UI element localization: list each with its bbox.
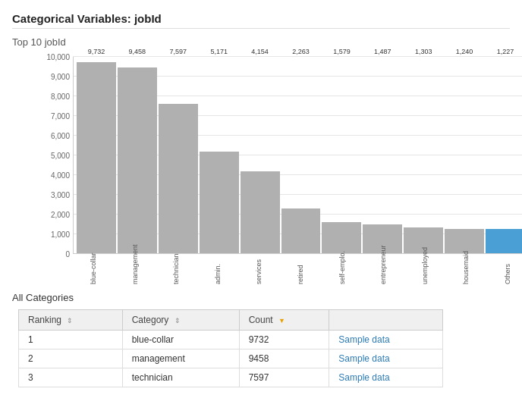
x-label-item: retired	[280, 254, 322, 284]
bar-group: 5,171	[200, 57, 239, 253]
y-tick-label: 10,000	[46, 53, 70, 61]
x-labels: blue-collarmanagementtechnicianadmin.ser…	[73, 254, 522, 284]
x-label-item: management	[115, 254, 156, 284]
count-sort-icon[interactable]: ▼	[278, 317, 285, 324]
y-tick-label: 6,000	[51, 132, 70, 140]
x-label-text: blue-collar	[90, 257, 97, 284]
bar-value-label: 1,227	[497, 48, 514, 55]
y-tick-label: 9,000	[51, 73, 70, 81]
x-label-item: entrepreneur	[363, 254, 404, 284]
x-label-item: unemployed	[404, 254, 445, 284]
bar-value-label: 7,597	[170, 48, 187, 55]
x-label-text: housemaid	[462, 257, 470, 284]
x-label-text: admin.	[214, 257, 222, 284]
ranking-sort-icon[interactable]: ⇕	[67, 317, 73, 324]
col-category: Category ⇕	[122, 310, 239, 331]
bar-rect	[77, 62, 116, 253]
x-label-item: housemaid	[445, 254, 487, 284]
x-label-text: unemployed	[421, 257, 429, 284]
bar-chart: 10,0009,0008,0007,0006,0005,0004,0003,00…	[42, 57, 522, 284]
bar-rect	[241, 171, 280, 253]
sample-data-link[interactable]: Sample data	[338, 334, 389, 345]
x-label-item: self-emplo.	[321, 254, 363, 284]
table-row: 2management9458Sample data	[19, 349, 443, 368]
title-divider	[12, 28, 510, 29]
bar-rect	[118, 67, 157, 253]
x-label-item: Others	[486, 254, 522, 284]
cell-count: 9458	[239, 349, 329, 368]
x-label-text: Others	[504, 257, 511, 284]
categories-table: Ranking ⇕ Category ⇕ Count ▼ 1blue-colla…	[18, 309, 443, 387]
cell-ranking: 2	[19, 349, 123, 368]
bar-group: 2,263	[281, 57, 321, 253]
x-label-text: management	[131, 257, 139, 284]
x-label-text: self-emplo.	[338, 257, 346, 284]
x-label-item: admin.	[197, 254, 239, 284]
page-title: Categorical Variables: jobId	[12, 12, 510, 25]
x-label-item: blue-collar	[73, 254, 115, 284]
y-tick-label: 3,000	[51, 191, 70, 199]
col-action	[329, 310, 443, 331]
bar-value-label: 1,579	[333, 48, 351, 55]
x-label-item: services	[238, 254, 280, 284]
y-tick-label: 7,000	[51, 112, 70, 121]
bar-group: 1,303	[404, 57, 443, 253]
bar-value-label: 1,240	[456, 48, 473, 55]
y-tick-label: 0	[65, 250, 70, 259]
bar-rect	[200, 152, 239, 253]
cell-category: blue-collar	[122, 331, 239, 349]
cell-category: management	[122, 349, 239, 368]
bar-value-label: 4,154	[251, 48, 269, 55]
x-label-text: retired	[297, 257, 304, 284]
x-label-text: services	[255, 257, 263, 284]
all-categories-title: All Categories	[12, 292, 510, 303]
bar-group: 1,487	[363, 57, 402, 253]
bar-value-label: 2,263	[292, 48, 310, 55]
x-label-text: technician	[172, 257, 180, 284]
bars-container: 9,7329,4587,5975,1714,1542,2631,5791,487…	[74, 57, 522, 253]
header-row: Ranking ⇕ Category ⇕ Count ▼	[19, 310, 443, 331]
bar-value-label: 9,458	[129, 48, 146, 55]
bar-rect	[322, 222, 361, 253]
table-row: 3technician7597Sample data	[19, 368, 443, 387]
sample-data-link[interactable]: Sample data	[338, 372, 389, 383]
x-label-text: entrepreneur	[379, 257, 387, 284]
bar-rect	[486, 229, 522, 253]
cell-count: 9732	[239, 331, 329, 349]
cell-count: 7597	[239, 368, 329, 387]
col-ranking: Ranking ⇕	[19, 310, 123, 331]
bar-group: 1,240	[445, 57, 484, 253]
table-header: Ranking ⇕ Category ⇕ Count ▼	[19, 310, 443, 331]
bar-value-label: 1,303	[415, 48, 432, 55]
y-tick-label: 5,000	[51, 152, 70, 160]
bar-group: 1,579	[322, 57, 361, 253]
x-label-item: technician	[156, 254, 197, 284]
category-sort-icon[interactable]: ⇕	[175, 317, 181, 324]
chart-inner: 9,7329,4587,5975,1714,1542,2631,5791,487…	[73, 57, 522, 254]
bar-value-label: 1,487	[374, 48, 392, 55]
y-tick-label: 4,000	[51, 171, 70, 180]
y-tick-label: 1,000	[51, 230, 70, 239]
y-tick-label: 8,000	[51, 92, 70, 101]
bar-group: 7,597	[159, 57, 198, 253]
bar-group: 1,227	[486, 57, 522, 253]
y-axis: 10,0009,0008,0007,0006,0005,0004,0003,00…	[42, 57, 71, 254]
bar-group: 4,154	[241, 57, 280, 253]
table-row: 1blue-collar9732Sample data	[19, 331, 443, 349]
sample-data-link[interactable]: Sample data	[338, 353, 389, 364]
all-categories-section: All Categories Ranking ⇕ Category ⇕ Coun…	[12, 292, 510, 387]
table-body: 1blue-collar9732Sample data2management94…	[19, 331, 443, 387]
bar-value-label: 9,732	[88, 48, 105, 55]
bar-group: 9,732	[77, 57, 116, 253]
col-count: Count ▼	[239, 310, 329, 331]
bar-value-label: 5,171	[210, 48, 228, 55]
chart-subtitle: Top 10 jobId	[12, 36, 510, 48]
bar-group: 9,458	[118, 57, 157, 253]
cell-ranking: 3	[19, 368, 123, 387]
bar-rect	[445, 229, 484, 253]
bar-rect	[159, 104, 198, 253]
cell-category: technician	[122, 368, 239, 387]
y-tick-label: 2,000	[51, 211, 70, 219]
cell-ranking: 1	[19, 331, 123, 349]
bar-rect	[281, 208, 321, 253]
